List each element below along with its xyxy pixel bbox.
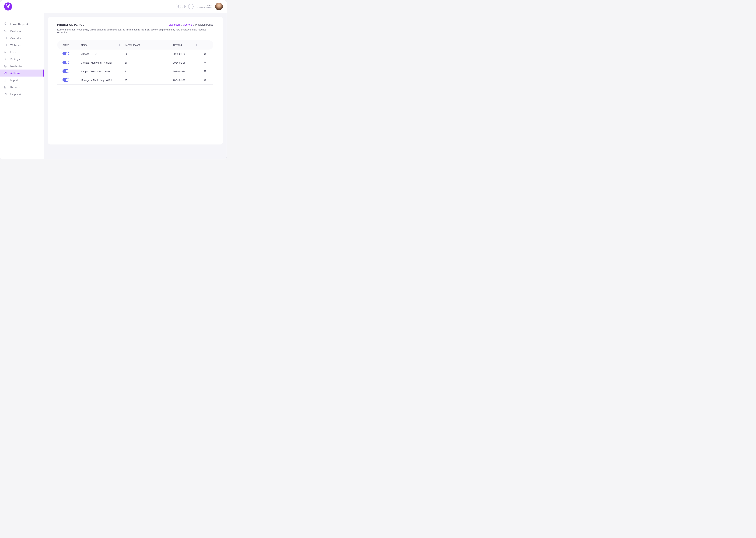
gear-icon (4, 57, 7, 61)
nav-label: Helpdesk (10, 93, 40, 96)
user-icon (4, 50, 7, 54)
table-row: Canada, Marketing - Holiday 30 2024-01-2… (57, 58, 213, 67)
report-icon (4, 85, 7, 88)
nav-label: Reports (10, 86, 40, 88)
nav-label: Dashboard (10, 29, 40, 32)
sort-icon (196, 44, 200, 46)
active-toggle[interactable] (63, 78, 69, 81)
table-row: Canada - PTO 90 2024-01-26 (57, 50, 213, 58)
lightning-icon (4, 23, 7, 26)
app-logo[interactable] (4, 2, 12, 11)
col-created-label: Created (173, 44, 182, 46)
nav-label: Import (10, 79, 40, 81)
svg-rect-4 (4, 37, 7, 39)
active-toggle[interactable] (63, 52, 69, 55)
sidebar-item-helpdesk[interactable]: Helpdesk (0, 90, 44, 97)
grid-icon (4, 43, 7, 47)
app-window: Jane Vacation Tracker Leave Request (0, 0, 227, 159)
table-row: Managers, Marketing - WFH 45 2024-01-26 (57, 76, 213, 84)
breadcrumb-current: Probation Period (195, 23, 213, 26)
header-right: Jane Vacation Tracker (176, 3, 223, 10)
chevron-down-icon (38, 23, 40, 25)
sidebar-item-user[interactable]: User (0, 48, 44, 56)
calendar-icon (4, 36, 7, 39)
table-body: Canada - PTO 90 2024-01-26 Canada (57, 50, 213, 84)
page-title: PROBATION PERIOD (57, 23, 84, 26)
bell-icon (4, 65, 7, 68)
header: Jane Vacation Tracker (0, 0, 227, 13)
col-length: Length (days) (123, 44, 171, 46)
col-active: Active (60, 44, 79, 46)
user-name: Jane (197, 4, 212, 7)
breadcrumb-sep: / (181, 23, 183, 26)
user-sub: Vacation Tracker (197, 7, 212, 9)
cell-length: 45 (123, 79, 171, 81)
col-length-label: Length (days) (125, 44, 140, 46)
active-toggle[interactable] (63, 69, 69, 73)
help-circle-icon (4, 92, 7, 96)
page-description: Early employment leave policy allows ens… (57, 28, 213, 34)
avatar[interactable] (215, 3, 223, 10)
svg-point-10 (5, 94, 5, 95)
cell-created: 2024-01-24 (171, 70, 200, 73)
cell-created: 2024-01-26 (171, 53, 200, 55)
col-name[interactable]: Name (79, 44, 123, 46)
nav-label: Wallchart (10, 44, 40, 47)
cell-created: 2024-01-26 (171, 61, 200, 64)
help-icon[interactable] (188, 4, 194, 9)
content: PROBATION PERIOD Dashboard / Add-ons / P… (44, 13, 227, 159)
active-toggle[interactable] (63, 61, 69, 64)
sidebar: Leave Request Dashboard Calendar (0, 13, 44, 159)
breadcrumb-dashboard[interactable]: Dashboard (168, 23, 181, 26)
sidebar-item-addons[interactable]: Add-ons (0, 70, 44, 77)
main-card: PROBATION PERIOD Dashboard / Add-ons / P… (48, 17, 223, 144)
sidebar-item-wallchart[interactable]: Wallchart (0, 41, 44, 48)
nav-label: User (10, 51, 40, 54)
timer-icon[interactable] (182, 4, 187, 9)
col-created[interactable]: Created (171, 44, 200, 46)
cell-name: Canada - PTO (79, 53, 123, 55)
addon-icon (4, 72, 7, 75)
svg-point-6 (5, 51, 6, 52)
user-info: Jane Vacation Tracker (197, 4, 212, 9)
nav-label: Notification (10, 65, 40, 68)
trash-icon[interactable] (200, 79, 210, 81)
cell-name: Support Team - Sick Leave (79, 70, 123, 73)
table-head: Active Name Length (days) Created (57, 40, 213, 50)
nav-label: Leave Request (10, 23, 34, 26)
probation-table: Active Name Length (days) Created (57, 40, 213, 84)
announcement-icon[interactable] (176, 4, 181, 9)
table-row: Support Team - Sick Leave 2 2024-01-24 (57, 67, 213, 76)
cell-length: 2 (123, 70, 171, 73)
breadcrumb-sep: / (193, 23, 195, 26)
trash-icon[interactable] (200, 61, 210, 64)
col-active-label: Active (63, 44, 69, 46)
breadcrumb: Dashboard / Add-ons / Probation Period (168, 23, 213, 26)
nav-label: Calendar (10, 36, 40, 39)
cell-name: Managers, Marketing - WFH (79, 79, 123, 81)
cell-length: 30 (123, 61, 171, 64)
sort-icon (119, 44, 123, 46)
sidebar-item-import[interactable]: Import (0, 77, 44, 83)
trash-icon[interactable] (200, 70, 210, 73)
sidebar-item-dashboard[interactable]: Dashboard (0, 27, 44, 34)
cell-length: 90 (123, 53, 171, 55)
cell-name: Canada, Marketing - Holiday (79, 61, 123, 64)
breadcrumb-addons[interactable]: Add-ons (183, 23, 192, 26)
svg-point-0 (8, 5, 9, 6)
clock-icon (4, 29, 7, 32)
sidebar-item-notification[interactable]: Notification (0, 63, 44, 70)
col-name-label: Name (81, 44, 87, 46)
trash-icon[interactable] (200, 52, 210, 55)
sidebar-item-reports[interactable]: Reports (0, 83, 44, 90)
svg-point-8 (5, 73, 6, 74)
body: Leave Request Dashboard Calendar (0, 13, 227, 159)
sidebar-item-calendar[interactable]: Calendar (0, 34, 44, 41)
download-icon (4, 79, 7, 81)
card-head: PROBATION PERIOD Dashboard / Add-ons / P… (57, 23, 213, 26)
sidebar-item-settings[interactable]: Settings (0, 56, 44, 63)
nav-label: Settings (10, 58, 40, 61)
nav-label: Add-ons (10, 72, 40, 75)
cell-created: 2024-01-26 (171, 79, 200, 81)
sidebar-item-leave-request[interactable]: Leave Request (0, 21, 44, 27)
